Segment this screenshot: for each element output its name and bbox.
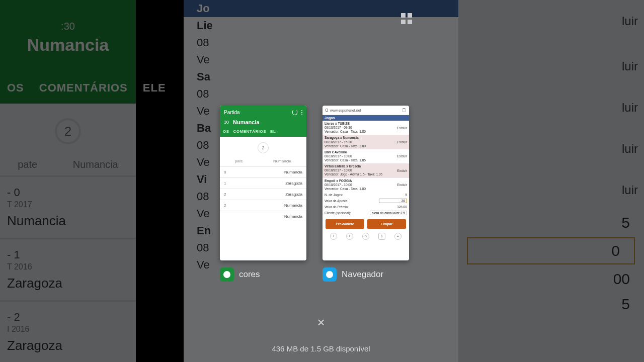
nav-fwd-icon[interactable]: › [346,233,353,240]
recent-app-label-browser: Navegador [342,269,383,280]
pre-bilhete-button[interactable]: Pré-bilhete [326,219,364,229]
url-text: www.esportenet.net [330,109,361,112]
cliente-input[interactable] [370,211,407,215]
more-vert-icon [301,110,302,115]
cardA-team: Numancia [233,119,260,125]
bg-left-team: Numancia [27,35,109,55]
background-right-app: luir luir luir luir luir 5 0 00 5 [458,0,644,362]
bg-left-history-2: - 2 I 2016 Zaragoza [0,300,136,362]
bet-row: Saragoça x Numancia 08/10/2017 - 15:30 V… [323,135,409,149]
browser-app-icon [323,267,337,282]
nav-home-icon[interactable]: ⌂ [362,233,369,240]
scores-app-icon [220,267,234,282]
limpar-button[interactable]: Limpar [367,219,406,229]
valor-premio-value: 326.00 [397,205,407,209]
apps-grid-icon[interactable] [401,13,412,24]
recent-app-card-scores[interactable]: Partida 30 Numancia [220,106,306,260]
cardA-score-frag: 30 [224,120,229,125]
memory-status: 436 MB de 1.5 GB disponível [184,344,458,353]
recent-app-label-scores: cores [239,269,260,280]
valor-aposta-label: Valor da Aposta: [325,199,348,203]
bell-icon [292,110,297,115]
exclude-link[interactable]: Excluir [397,183,407,187]
exclude-link[interactable]: Excluir [397,140,407,144]
lock-icon [326,109,328,112]
exclude-link[interactable]: Excluir [397,154,407,158]
bg-left-sub-label: pate [18,159,37,170]
bet-row: Virtus Entella x Brescia 08/10/2017 - 10… [323,163,409,177]
nav-tabs-count[interactable]: 1 [378,233,385,240]
loading-spinner-icon [402,108,406,112]
bg-left-score-circle: 2 [55,118,81,144]
valor-premio-label: Valor do Prêmio: [325,205,349,209]
cliente-label: Cliente (opcional): [325,211,351,215]
recent-app-card-browser[interactable]: www.esportenet.net Jogos Lierse x TUBIZE… [323,106,409,260]
background-left-app: :30 Numancia OS COMENTÁRIOS ELE 2 pate N… [0,0,136,362]
bg-left-tab-frag-l: OS [7,81,24,95]
close-all-icon[interactable]: × [314,316,328,329]
cardA-title: Partida [224,110,240,115]
exclude-link[interactable]: Excluir [397,126,407,130]
recents-overview: Jo Lie 08 Ve Sa 08 Ve Ba 08 Ve Vi 08 Ve … [184,0,458,362]
bg-left-tab-comments: COMENTÁRIOS [39,81,128,95]
bg-left-tab-frag-r: ELE [143,81,166,95]
njogos-value: 5 [405,193,407,197]
bet-row: Bari x Avellino 08/10/2017 - 10:00 Vence… [323,149,409,163]
betslip-header: Jogos [323,115,409,121]
valor-aposta-input[interactable] [379,199,407,203]
bg-left-time: :30 [61,21,75,32]
bet-row: Lierse x TUBIZE 08/10/2017 - 09:30 Vence… [323,121,409,135]
cardA-circle: 2 [258,142,269,153]
njogos-label: N. de Jogos: [325,193,343,197]
bg-left-history-0: - 0 T 2017 Numancia [0,175,136,238]
bg-left-team-below: Numancia [73,159,118,170]
bg-left-history-1: - 1 T 2016 Zaragoza [0,238,136,300]
exclude-link[interactable]: Excluir [397,169,407,172]
nav-menu-icon[interactable]: ≡ [394,233,401,240]
nav-back-icon[interactable]: ‹ [330,233,337,240]
bet-row: Empoli x FOGGIA 08/10/2017 - 10:00 Vence… [323,178,409,192]
